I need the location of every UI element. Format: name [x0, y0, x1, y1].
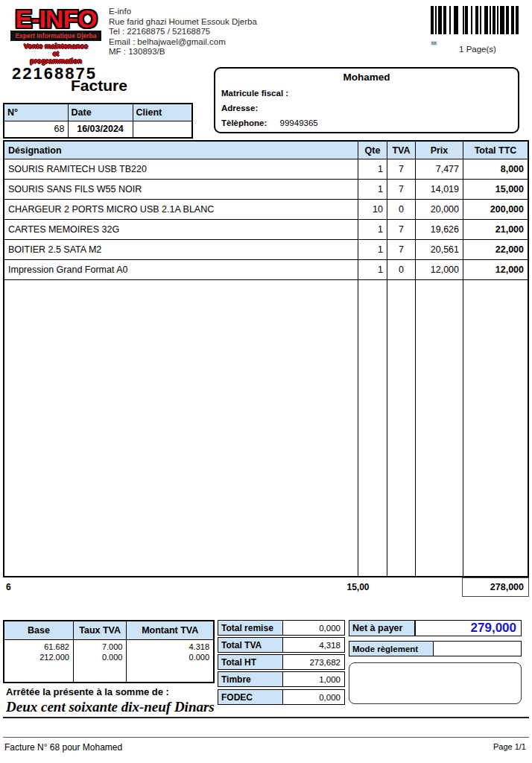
item-prix: 14,019 [416, 180, 463, 199]
items-empty-space [4, 280, 528, 576]
item-designation: SOURIS SANS FILS W55 NOIR [4, 180, 358, 199]
fodec-label: FODEC [218, 690, 283, 704]
meta-header-date: Date [68, 104, 133, 121]
line-count: 6 [6, 582, 11, 592]
items-header-row: Désignation Qte TVA Prix Total TTC [4, 142, 528, 159]
item-prix: 20,000 [416, 200, 463, 219]
meta-header-client: Client [133, 104, 192, 121]
mode-reglement-row: Mode règlement [349, 641, 522, 656]
customer-matricule-row: Matricule fiscal : [221, 89, 512, 98]
company-info-block: E-info Rue farid ghazi Houmet Essouk Dje… [109, 7, 257, 57]
net-a-payer-label: Net à payer [349, 621, 416, 636]
customer-name: Mohamed [221, 72, 512, 83]
logo-subtitle: Expert Informatique Djerba [10, 31, 101, 41]
table-row: CHARGEUR 2 PORTS MICRO USB 2.1A BLANC 10… [4, 200, 528, 220]
table-row: BOITIER 2.5 SATA M2 1 7 20,561 22,000 [4, 240, 528, 260]
tva-header-row: Base Taux TVA Montant TVA [4, 621, 214, 639]
tva-header-base: Base [4, 621, 73, 639]
item-total: 8,000 [463, 159, 528, 179]
table-row: Impression Grand Format A0 1 0 12,000 12… [4, 260, 528, 280]
tva-breakdown-table: Base Taux TVA Montant TVA 61.682 212.000… [3, 620, 215, 683]
divider-thick [3, 717, 529, 718]
item-tva: 7 [387, 180, 416, 199]
net-a-payer-value: 279,000 [416, 621, 521, 636]
company-mf: MF : 130893/B [109, 47, 257, 57]
logo-tagline: Vente maintenance et programmation [10, 42, 101, 65]
meta-header-number: N° [4, 104, 68, 121]
customer-adresse-row: Adresse: [221, 104, 512, 113]
tva-value-row: 61.682 212.000 7.000 0.000 4.318 0.000 [4, 639, 214, 683]
item-total: 12,000 [463, 260, 528, 279]
table-row: SOURIS RAMITECH USB TB220 1 7 7,477 8,00… [4, 159, 528, 180]
quantity-total: 15,00 [330, 582, 386, 592]
amount-in-words: Deux cent soixante dix-neuf Dinars [6, 699, 215, 715]
header-designation: Désignation [4, 142, 358, 159]
item-qte: 1 [358, 240, 387, 259]
mode-reglement-value [434, 642, 521, 656]
barcode: 68 [431, 6, 519, 48]
tva-header-taux: Taux TVA [73, 621, 127, 639]
total-ht-label: Total HT [218, 655, 283, 669]
total-remise-row: Total remise 0,000 [218, 620, 345, 636]
total-ht-value: 273,682 [283, 655, 344, 669]
items-table: Désignation Qte TVA Prix Total TTC SOURI… [3, 140, 529, 577]
table-row: CARTES MEMOIRES 32G 1 7 19,626 21,000 [4, 220, 528, 240]
item-tva: 7 [387, 220, 416, 239]
item-designation: CHARGEUR 2 PORTS MICRO USB 2.1A BLANC [4, 200, 358, 219]
item-designation: Impression Grand Format A0 [4, 260, 358, 279]
item-total: 15,000 [463, 180, 528, 199]
total-tva-row: Total TVA 4,318 [218, 637, 345, 653]
total-tva-value: 4,318 [283, 638, 344, 652]
customer-telephone-row: Tèlèphone: 99949365 [221, 118, 512, 127]
company-email: Email : belhajwael@gmail.com [109, 37, 257, 48]
item-total: 22,000 [463, 240, 528, 259]
item-total: 200,000 [463, 200, 528, 219]
meta-value-row: 68 16/03/2024 [4, 121, 192, 138]
barcode-bars-icon [431, 6, 519, 34]
timbre-row: Timbre 1,000 [218, 671, 345, 687]
header-qte: Qte [358, 142, 387, 159]
item-tva: 7 [387, 159, 416, 179]
invoice-meta-table: N° Date Client 68 16/03/2024 [3, 103, 193, 139]
item-tva: 0 [387, 260, 416, 279]
header-prix: Prix [416, 142, 463, 159]
tva-montant-values: 4.318 0.000 [127, 639, 214, 683]
item-prix: 12,000 [416, 260, 463, 279]
company-address: Rue farid ghazi Houmet Essouk Djerba [109, 17, 257, 28]
item-qte: 1 [358, 260, 387, 279]
item-qte: 1 [358, 220, 387, 239]
footer-invoice-info: Facture N° 68 pour Mohamed [4, 742, 122, 753]
total-remise-value: 0,000 [283, 621, 344, 635]
timbre-value: 1,000 [283, 672, 344, 686]
company-logo: E-INFO Expert Informatique Djerba Vente … [10, 7, 101, 65]
item-qte: 1 [358, 159, 387, 179]
amount-words-intro: Arrêtée la présente à la somme de : [6, 686, 169, 697]
item-designation: CARTES MEMOIRES 32G [4, 220, 358, 239]
company-name: E-info [109, 7, 257, 17]
totals-column: Total remise 0,000 Total TVA 4,318 Total… [218, 620, 345, 706]
item-prix: 20,561 [416, 240, 463, 259]
footer-page-number: Page 1/1 [493, 742, 526, 751]
item-designation: BOITIER 2.5 SATA M2 [4, 240, 358, 259]
page-count-label: 1 Page(s) [437, 45, 519, 54]
timbre-label: Timbre [218, 672, 283, 686]
item-tva: 7 [387, 240, 416, 259]
tva-taux-values: 7.000 0.000 [73, 639, 127, 683]
company-tel: Tel : 22168875 / 52168875 [109, 27, 257, 37]
adresse-label: Adresse: [221, 104, 258, 113]
notes-box [349, 662, 522, 704]
mode-reglement-label: Mode règlement [349, 642, 434, 656]
item-designation: SOURIS RAMITECH USB TB220 [4, 159, 358, 179]
item-prix: 19,626 [416, 220, 463, 239]
invoice-date: 16/03/2024 [68, 121, 133, 138]
matricule-label: Matricule fiscal : [221, 89, 288, 98]
customer-box: Mohamed Matricule fiscal : Adresse: Tèlè… [214, 67, 519, 133]
invoice-page: E-INFO Expert Informatique Djerba Vente … [0, 0, 532, 763]
total-ht-row: Total HT 273,682 [218, 654, 345, 670]
item-total: 21,000 [463, 220, 528, 239]
header-tva: TVA [387, 142, 416, 159]
fodec-value: 0,000 [283, 690, 344, 704]
total-tva-label: Total TVA [218, 638, 283, 652]
grand-total-box: 278,000 [462, 577, 529, 597]
item-prix: 7,477 [416, 159, 463, 179]
